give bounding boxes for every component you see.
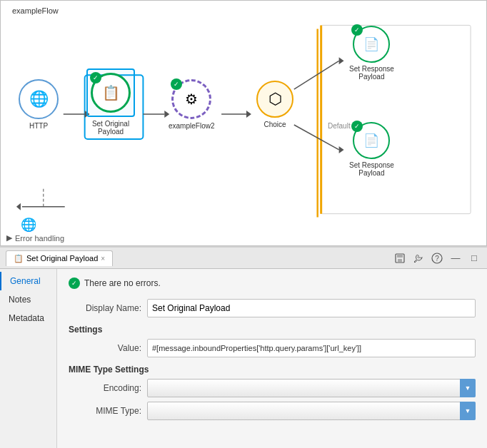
encoding-select[interactable] [147, 379, 476, 397]
mime-type-label: MIME Type: [69, 406, 147, 416]
error-globe-icon: 🌐 [21, 217, 36, 233]
node-http-label: HTTP [29, 122, 48, 130]
choice-icon: ⬡ [268, 90, 282, 108]
node-choice-label: Choice [263, 121, 286, 128]
settings-header: Settings [69, 325, 476, 335]
encoding-row: Encoding: ▼ [69, 379, 476, 397]
node-response-bottom[interactable]: ✓ 📄 Set ResponsePayload [349, 122, 394, 177]
default-label: Default [328, 122, 351, 130]
check-badge-resp1: ✓ [351, 24, 363, 36]
check-badge-resp2: ✓ [351, 121, 363, 132]
maximize-button[interactable]: □ [467, 251, 481, 265]
display-name-input[interactable] [147, 299, 476, 317]
node-response-bottom-label: Set ResponsePayload [349, 161, 394, 177]
response-bottom-icon: 📄 [363, 133, 379, 148]
error-handling-label: Error handling [15, 234, 64, 243]
svg-text:?: ? [435, 255, 439, 263]
error-handling-bar[interactable]: ▶ Error handling [6, 233, 64, 243]
panel-form: ✓ There are no errors. Display Name: Set… [57, 269, 487, 448]
node-choice[interactable]: ⬡ Choice [256, 81, 293, 128]
mime-type-dropdown-wrapper: ▼ [147, 402, 476, 420]
nav-metadata[interactable]: Metadata [0, 309, 56, 327]
status-message: There are no errors. [84, 278, 161, 288]
node-set-payload[interactable]: ✓ 📋 Set OriginalPayload [86, 68, 135, 136]
svg-marker-13 [339, 146, 344, 153]
flow2-icon: ⚙ [185, 91, 198, 108]
bottom-panel: 📋 Set Original Payload × ? [0, 246, 487, 448]
globe-icon: 🌐 [29, 90, 49, 108]
panel-tab-set-payload[interactable]: 📋 Set Original Payload × [6, 250, 113, 266]
node-flow2-label: exampleFlow2 [169, 122, 214, 130]
value-row: Value: [69, 339, 476, 357]
save-button[interactable] [393, 251, 407, 265]
svg-line-10 [294, 61, 339, 89]
tab-icon: 📋 [14, 254, 24, 263]
help-button[interactable]: ? [430, 251, 444, 265]
panel-toolbar: ? — □ [393, 251, 481, 265]
display-name-row: Display Name: [69, 299, 476, 317]
mime-type-select[interactable] [147, 402, 476, 420]
encoding-dropdown-wrapper: ▼ [147, 379, 476, 397]
response-top-icon: 📄 [363, 36, 379, 52]
panel-tab-label: Set Original Payload [26, 254, 98, 263]
set-payload-icon: 📋 [102, 84, 120, 101]
value-label: Value: [69, 343, 147, 353]
flow-canvas: exampleFlow [0, 0, 487, 246]
panel-tab-bar: 📋 Set Original Payload × ? [0, 248, 487, 269]
svg-marker-6 [246, 111, 251, 118]
mime-section: MIME Type Settings Encoding: ▼ MIME Type… [69, 365, 476, 420]
node-flow2[interactable]: ✓ ⚙ exampleFlow2 [169, 79, 214, 130]
mime-header: MIME Type Settings [69, 365, 476, 375]
node-response-top[interactable]: ✓ 📄 Set ResponsePayload [349, 26, 394, 81]
panel-nav: General Notes Metadata [0, 269, 57, 448]
svg-rect-19 [398, 259, 402, 262]
display-name-label: Display Name: [69, 303, 147, 313]
svg-rect-8 [321, 25, 471, 213]
nav-general[interactable]: General [0, 272, 56, 290]
svg-marker-11 [339, 57, 344, 64]
mime-type-row: MIME Type: ▼ [69, 402, 476, 420]
tab-close-button[interactable]: × [101, 255, 105, 263]
flow-svg [1, 1, 486, 245]
panel-content: General Notes Metadata ✓ There are no er… [0, 269, 487, 448]
node-set-payload-label: Set OriginalPayload [92, 120, 129, 136]
value-input[interactable] [147, 339, 476, 357]
status-icon: ✓ [69, 278, 80, 289]
status-bar: ✓ There are no errors. [69, 275, 476, 292]
node-http[interactable]: 🌐 HTTP [19, 79, 59, 130]
svg-rect-18 [397, 254, 403, 258]
check-badge-flow2: ✓ [171, 78, 182, 90]
minimize-button[interactable]: — [448, 251, 463, 265]
error-chevron: ▶ [6, 233, 12, 243]
node-response-top-label: Set ResponsePayload [349, 65, 394, 81]
encoding-label: Encoding: [69, 383, 147, 393]
svg-marker-16 [16, 203, 21, 210]
canvas-title: exampleFlow [6, 4, 64, 18]
wrench-button[interactable] [411, 251, 426, 265]
nav-notes[interactable]: Notes [0, 290, 56, 309]
check-badge-set-payload: ✓ [90, 72, 101, 83]
